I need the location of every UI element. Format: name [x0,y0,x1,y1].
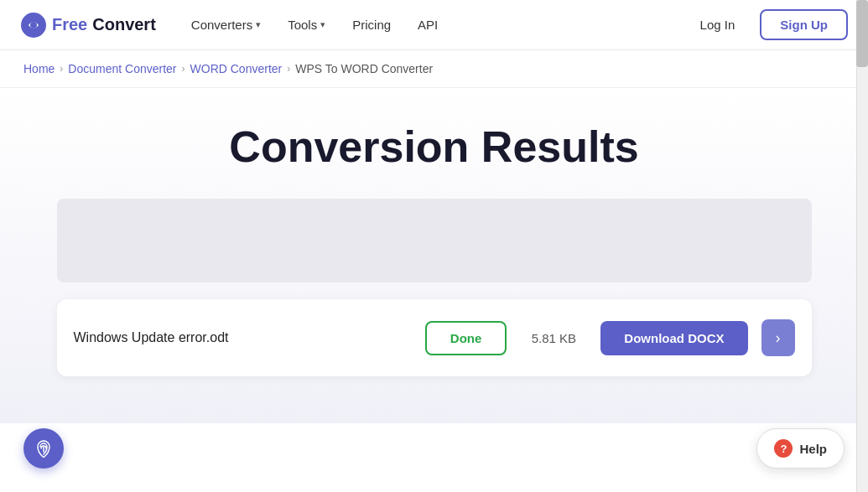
breadcrumb-word-converter[interactable]: WORD Converter [190,62,283,75]
breadcrumb-sep-1: › [60,63,63,75]
login-button[interactable]: Log In [685,11,751,39]
chevron-right-icon: › [776,329,781,347]
breadcrumb-document-converter[interactable]: Document Converter [68,62,176,75]
download-button[interactable]: Download DOCX [600,321,747,355]
help-button[interactable]: ? Help [756,428,845,469]
signup-button[interactable]: Sign Up [760,9,848,40]
logo-icon [20,12,47,39]
result-filesize: 5.81 KB [520,331,587,345]
nav-pricing[interactable]: Pricing [340,11,403,39]
breadcrumb-current: WPS To WORD Converter [295,62,433,75]
result-row: Windows Update error.odt Done 5.81 KB Do… [74,313,795,363]
main-content: Conversion Results Windows Update error.… [0,88,868,423]
breadcrumb-sep-2: › [182,63,185,75]
logo-free-text: Free [52,15,87,34]
tools-chevron-icon: ▾ [320,19,325,30]
converters-chevron-icon: ▾ [256,19,261,30]
help-label: Help [799,442,827,456]
breadcrumb-home[interactable]: Home [23,62,55,75]
breadcrumb: Home › Document Converter › WORD Convert… [0,50,868,88]
nav-tools[interactable]: Tools ▾ [276,11,337,39]
svg-point-1 [30,22,37,28]
fingerprint-button[interactable] [23,428,64,469]
nav-right: Log In Sign Up [685,9,848,40]
logo-convert-text: Convert [92,15,156,34]
logo[interactable]: FreeConvert [20,12,156,39]
nav-api[interactable]: API [406,11,450,39]
fingerprint-icon [33,438,55,459]
result-filename: Windows Update error.odt [74,330,412,345]
navbar: FreeConvert Converters ▾ Tools ▾ Pricing… [0,0,868,50]
breadcrumb-sep-3: › [287,63,290,75]
page-title: Conversion Results [229,122,638,172]
help-icon: ? [774,439,793,458]
scrollbar-track[interactable] [856,0,868,492]
done-badge: Done [425,321,507,355]
nav-converters[interactable]: Converters ▾ [179,11,273,39]
nav-links: Converters ▾ Tools ▾ Pricing API [179,11,685,39]
ad-banner [57,199,812,282]
scrollbar-thumb[interactable] [856,0,868,67]
more-options-button[interactable]: › [761,319,795,356]
result-section: Windows Update error.odt Done 5.81 KB Do… [57,299,812,376]
